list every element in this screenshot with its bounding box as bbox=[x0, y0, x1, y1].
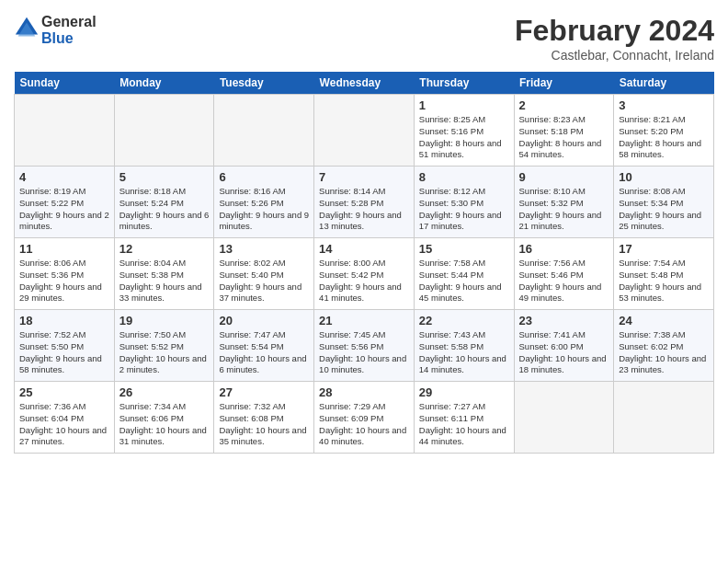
day-number: 3 bbox=[619, 98, 709, 112]
day-info: Sunrise: 7:54 AM Sunset: 5:48 PM Dayligh… bbox=[619, 258, 709, 304]
calendar-cell: 12Sunrise: 8:04 AM Sunset: 5:38 PM Dayli… bbox=[114, 238, 214, 310]
title-block: February 2024 Castlebar, Connacht, Irela… bbox=[515, 14, 714, 63]
day-number: 22 bbox=[419, 314, 509, 327]
week-row-4: 18Sunrise: 7:52 AM Sunset: 5:50 PM Dayli… bbox=[15, 310, 714, 382]
col-friday: Friday bbox=[514, 72, 614, 95]
col-sunday: Sunday bbox=[15, 72, 115, 95]
calendar-cell: 11Sunrise: 8:06 AM Sunset: 5:36 PM Dayli… bbox=[15, 238, 115, 310]
day-info: Sunrise: 7:34 AM Sunset: 6:06 PM Dayligh… bbox=[119, 401, 210, 448]
col-saturday: Saturday bbox=[614, 72, 714, 95]
day-number: 24 bbox=[619, 314, 709, 327]
week-row-1: 1Sunrise: 8:25 AM Sunset: 5:16 PM Daylig… bbox=[15, 95, 714, 167]
calendar-cell bbox=[314, 95, 415, 167]
calendar-cell: 23Sunrise: 7:41 AM Sunset: 6:00 PM Dayli… bbox=[514, 310, 614, 382]
calendar-cell: 20Sunrise: 7:47 AM Sunset: 5:54 PM Dayli… bbox=[214, 310, 314, 382]
day-info: Sunrise: 7:41 AM Sunset: 6:00 PM Dayligh… bbox=[519, 329, 609, 376]
day-number: 29 bbox=[419, 385, 509, 399]
day-number: 16 bbox=[519, 242, 609, 256]
day-info: Sunrise: 8:25 AM Sunset: 5:16 PM Dayligh… bbox=[419, 114, 509, 161]
calendar-cell: 27Sunrise: 7:32 AM Sunset: 6:08 PM Dayli… bbox=[214, 382, 314, 454]
month-title: February 2024 bbox=[515, 14, 714, 48]
day-info: Sunrise: 7:38 AM Sunset: 6:02 PM Dayligh… bbox=[619, 329, 709, 376]
day-number: 15 bbox=[419, 242, 509, 256]
day-number: 27 bbox=[219, 385, 309, 399]
day-info: Sunrise: 8:10 AM Sunset: 5:32 PM Dayligh… bbox=[519, 186, 609, 233]
day-info: Sunrise: 8:21 AM Sunset: 5:20 PM Dayligh… bbox=[619, 114, 709, 161]
calendar-cell: 16Sunrise: 7:56 AM Sunset: 5:46 PM Dayli… bbox=[514, 238, 614, 310]
calendar-cell: 29Sunrise: 7:27 AM Sunset: 6:11 PM Dayli… bbox=[414, 382, 514, 454]
day-number: 14 bbox=[319, 242, 409, 256]
calendar-cell: 17Sunrise: 7:54 AM Sunset: 5:48 PM Dayli… bbox=[614, 238, 714, 310]
day-number: 6 bbox=[219, 170, 309, 184]
calendar-cell: 10Sunrise: 8:08 AM Sunset: 5:34 PM Dayli… bbox=[614, 167, 714, 238]
day-info: Sunrise: 7:56 AM Sunset: 5:46 PM Dayligh… bbox=[519, 258, 609, 304]
calendar-cell: 9Sunrise: 8:10 AM Sunset: 5:32 PM Daylig… bbox=[514, 167, 614, 238]
location: Castlebar, Connacht, Ireland bbox=[515, 48, 714, 63]
day-number: 20 bbox=[219, 314, 309, 327]
day-info: Sunrise: 7:47 AM Sunset: 5:54 PM Dayligh… bbox=[219, 329, 309, 376]
calendar-cell: 7Sunrise: 8:14 AM Sunset: 5:28 PM Daylig… bbox=[314, 167, 415, 238]
calendar-cell: 4Sunrise: 8:19 AM Sunset: 5:22 PM Daylig… bbox=[15, 167, 115, 238]
day-info: Sunrise: 8:16 AM Sunset: 5:26 PM Dayligh… bbox=[219, 186, 309, 233]
day-info: Sunrise: 7:43 AM Sunset: 5:58 PM Dayligh… bbox=[419, 329, 509, 376]
calendar-cell: 3Sunrise: 8:21 AM Sunset: 5:20 PM Daylig… bbox=[614, 95, 714, 167]
day-info: Sunrise: 7:29 AM Sunset: 6:09 PM Dayligh… bbox=[319, 401, 409, 448]
day-number: 21 bbox=[319, 314, 409, 327]
day-number: 12 bbox=[119, 242, 210, 256]
day-info: Sunrise: 8:12 AM Sunset: 5:30 PM Dayligh… bbox=[419, 186, 509, 233]
calendar-cell: 14Sunrise: 8:00 AM Sunset: 5:42 PM Dayli… bbox=[314, 238, 415, 310]
day-number: 28 bbox=[319, 385, 409, 399]
calendar-cell: 13Sunrise: 8:02 AM Sunset: 5:40 PM Dayli… bbox=[214, 238, 314, 310]
week-row-5: 25Sunrise: 7:36 AM Sunset: 6:04 PM Dayli… bbox=[15, 382, 714, 454]
logo-icon bbox=[14, 16, 40, 41]
week-row-2: 4Sunrise: 8:19 AM Sunset: 5:22 PM Daylig… bbox=[15, 167, 714, 238]
calendar-cell: 22Sunrise: 7:43 AM Sunset: 5:58 PM Dayli… bbox=[414, 310, 514, 382]
calendar-cell: 15Sunrise: 7:58 AM Sunset: 5:44 PM Dayli… bbox=[414, 238, 514, 310]
day-number: 7 bbox=[319, 170, 409, 184]
calendar-cell: 25Sunrise: 7:36 AM Sunset: 6:04 PM Dayli… bbox=[15, 382, 115, 454]
week-row-3: 11Sunrise: 8:06 AM Sunset: 5:36 PM Dayli… bbox=[15, 238, 714, 310]
day-number: 26 bbox=[119, 385, 210, 399]
calendar-cell: 5Sunrise: 8:18 AM Sunset: 5:24 PM Daylig… bbox=[114, 167, 214, 238]
logo-text: General Blue bbox=[41, 14, 97, 47]
calendar-cell: 8Sunrise: 8:12 AM Sunset: 5:30 PM Daylig… bbox=[414, 167, 514, 238]
day-info: Sunrise: 8:23 AM Sunset: 5:18 PM Dayligh… bbox=[519, 114, 609, 161]
day-info: Sunrise: 8:06 AM Sunset: 5:36 PM Dayligh… bbox=[19, 258, 109, 304]
day-info: Sunrise: 7:27 AM Sunset: 6:11 PM Dayligh… bbox=[419, 401, 509, 448]
day-info: Sunrise: 8:04 AM Sunset: 5:38 PM Dayligh… bbox=[119, 258, 210, 304]
day-number: 18 bbox=[19, 314, 109, 327]
day-number: 11 bbox=[19, 242, 109, 256]
calendar-cell: 2Sunrise: 8:23 AM Sunset: 5:18 PM Daylig… bbox=[514, 95, 614, 167]
day-info: Sunrise: 7:32 AM Sunset: 6:08 PM Dayligh… bbox=[219, 401, 309, 448]
day-info: Sunrise: 8:18 AM Sunset: 5:24 PM Dayligh… bbox=[119, 186, 210, 233]
day-number: 1 bbox=[419, 98, 509, 112]
day-info: Sunrise: 7:58 AM Sunset: 5:44 PM Dayligh… bbox=[419, 258, 509, 304]
header-row: Sunday Monday Tuesday Wednesday Thursday… bbox=[15, 72, 714, 95]
calendar-cell bbox=[15, 95, 115, 167]
day-number: 19 bbox=[119, 314, 210, 327]
page-header: General Blue February 2024 Castlebar, Co… bbox=[14, 14, 714, 63]
day-number: 25 bbox=[19, 385, 109, 399]
calendar-cell: 6Sunrise: 8:16 AM Sunset: 5:26 PM Daylig… bbox=[214, 167, 314, 238]
day-info: Sunrise: 7:36 AM Sunset: 6:04 PM Dayligh… bbox=[19, 401, 109, 448]
day-info: Sunrise: 8:19 AM Sunset: 5:22 PM Dayligh… bbox=[19, 186, 109, 233]
day-info: Sunrise: 7:52 AM Sunset: 5:50 PM Dayligh… bbox=[19, 329, 109, 376]
day-info: Sunrise: 7:50 AM Sunset: 5:52 PM Dayligh… bbox=[119, 329, 210, 376]
calendar-cell bbox=[214, 95, 314, 167]
day-number: 17 bbox=[619, 242, 709, 256]
day-number: 2 bbox=[519, 98, 609, 112]
day-number: 13 bbox=[219, 242, 309, 256]
day-info: Sunrise: 8:08 AM Sunset: 5:34 PM Dayligh… bbox=[619, 186, 709, 233]
calendar-cell: 18Sunrise: 7:52 AM Sunset: 5:50 PM Dayli… bbox=[15, 310, 115, 382]
day-info: Sunrise: 7:45 AM Sunset: 5:56 PM Dayligh… bbox=[319, 329, 409, 376]
calendar-cell bbox=[114, 95, 214, 167]
day-number: 10 bbox=[619, 170, 709, 184]
calendar-cell: 21Sunrise: 7:45 AM Sunset: 5:56 PM Dayli… bbox=[314, 310, 415, 382]
calendar-cell: 28Sunrise: 7:29 AM Sunset: 6:09 PM Dayli… bbox=[314, 382, 415, 454]
col-thursday: Thursday bbox=[414, 72, 514, 95]
calendar-cell bbox=[514, 382, 614, 454]
col-tuesday: Tuesday bbox=[214, 72, 314, 95]
day-number: 8 bbox=[419, 170, 509, 184]
calendar-table: Sunday Monday Tuesday Wednesday Thursday… bbox=[14, 72, 714, 454]
day-number: 5 bbox=[119, 170, 210, 184]
